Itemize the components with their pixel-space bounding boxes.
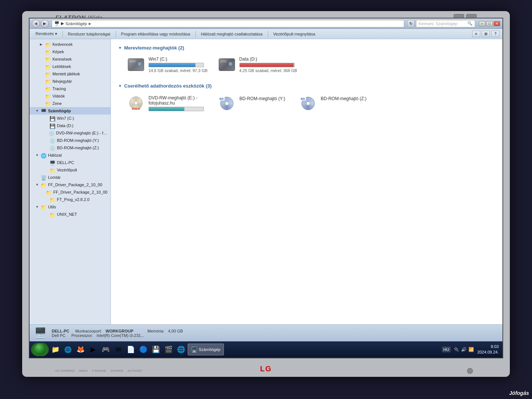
- sidebar-item-letoltesek[interactable]: 📁 Letöltések: [30, 63, 110, 70]
- sidebar-item-ff-driver[interactable]: ▼ 📁 FF_Driver_Package_2_10_00: [30, 181, 110, 188]
- sidebar-item-bdrom-z[interactable]: 💿 BD-ROM-meghajtó (Z:): [30, 144, 110, 151]
- folder-icon-tracing: 📁: [45, 86, 51, 91]
- clock-display[interactable]: 8:03 2024.09.24.: [477, 344, 499, 355]
- address-text: Számítógép: [65, 21, 87, 26]
- taskbar-icon-media[interactable]: ▶: [87, 344, 99, 355]
- toolbar-sep-1: [62, 31, 63, 37]
- optical-bar-container-dvdrw: [149, 107, 204, 111]
- optical-name-dvdrw-line1: DVD-RW-meghajtó (E:) -: [149, 95, 197, 100]
- monitor-ctrl-label-1[interactable]: KG ZOOMING: [55, 369, 75, 372]
- sidebar-label-dvdrw: DVD-RW-meghajtó (E:) - fotojuhasz.: [56, 131, 108, 135]
- sidebar-label-letoltesek: Letöltések: [52, 64, 71, 69]
- taskbar-battery-icon[interactable]: 📶: [468, 347, 474, 352]
- sidebar-label-kedvencek: Kedvencek: [52, 42, 72, 47]
- language-indicator[interactable]: HU: [442, 347, 451, 352]
- taskbar-icon-edge[interactable]: 🔵: [137, 344, 149, 355]
- view-btn-1[interactable]: ≡: [472, 31, 480, 37]
- sidebar-item-nevjegy[interactable]: 📁 Névjegytár: [30, 78, 110, 85]
- go-button[interactable]: ↻: [407, 20, 415, 27]
- sidebar-label-win7c: Win7 (C:): [57, 116, 74, 120]
- sidebar-item-datad[interactable]: 💾 Data (D:): [30, 122, 110, 129]
- sidebar-item-vezerlopult[interactable]: 📁 Vezérlőpult: [30, 166, 110, 174]
- taskbar-icon-game[interactable]: 🎮: [100, 344, 112, 355]
- bd-drive-icon-z: BD: [300, 96, 316, 110]
- taskbar-network-icon[interactable]: 🔌: [454, 347, 460, 352]
- drive-item-win7c[interactable]: Win7 (C:) 14,6 GB szabad, méret: 97,3 GB: [126, 55, 209, 74]
- taskbar: 📁 🌐 🦊 ▶ 🎮 ✉ 📄 🔵 💾 🎬 🌐 🖥️ Számítógép HU: [30, 341, 502, 358]
- toolbar-vezerlo[interactable]: Vezérlőpult megnyitása: [270, 31, 318, 37]
- toolbar-rendszer[interactable]: Rendszer tulajdonságai: [65, 31, 113, 37]
- taskbar-active-window[interactable]: 🖥️ Számítógép: [188, 344, 224, 355]
- taskbar-sound-icon[interactable]: 🔊: [461, 347, 467, 352]
- toolbar-halozati[interactable]: Hálózati meghajtó csatlakoztatása: [198, 31, 266, 37]
- trash-icon-lomtar: 🗑️: [41, 175, 47, 180]
- drive-icon-win7c: 💾: [50, 116, 55, 120]
- lg-logo: LG: [260, 365, 272, 373]
- sidebar-item-win7c[interactable]: 💾 Win7 (C:): [30, 115, 110, 122]
- taskbar-icon-vlc[interactable]: 🎬: [163, 344, 174, 355]
- taskbar-window-label: Számítógép: [199, 347, 221, 352]
- sidebar-item-videok[interactable]: 📁 Videók: [30, 92, 110, 100]
- dvd-r-icon: DVD-R: [128, 96, 144, 110]
- drive-item-datad[interactable]: Data (D:) 4,25 GB szabad, méret: 368 GB: [216, 55, 299, 74]
- sidebar-item-ff-driver-sub[interactable]: 📁 FF_Driver_Package_2_10_00: [30, 188, 110, 196]
- minimize-button[interactable]: ─: [479, 21, 485, 26]
- sidebar-item-bdrom-y[interactable]: 💿 BD-ROM-meghajtó (Y:): [30, 137, 110, 144]
- optical-item-bdrom-y[interactable]: BD BD-ROM-meghajtó (Y:): [216, 93, 287, 113]
- drive-info-c: Win7 (C:) 14,6 GB szabad, méret: 97,3 GB: [149, 57, 208, 73]
- monitor-power-button[interactable]: [467, 368, 473, 374]
- clock-time: 8:03: [477, 344, 499, 349]
- taskbar-icon-chrome[interactable]: 🌐: [175, 344, 187, 355]
- start-button[interactable]: [31, 343, 49, 356]
- sidebar-item-zene[interactable]: 📁 Zene: [30, 100, 110, 107]
- bd-text-y: BD: [219, 97, 225, 100]
- search-box[interactable]: Keresés: Számítógép 🔍: [416, 20, 475, 27]
- hdd-section-arrow: ▼: [118, 46, 122, 50]
- taskbar-icon-ie[interactable]: 🌐: [62, 344, 74, 355]
- toolbar-rendez[interactable]: Rendezés ▾: [33, 31, 60, 37]
- optical-section-arrow: ▼: [118, 84, 122, 88]
- sidebar-item-utils[interactable]: ▼ 📁 Utils: [30, 203, 110, 211]
- search-icon[interactable]: 🔍: [467, 21, 473, 26]
- maximize-button[interactable]: □: [486, 21, 493, 26]
- sidebar-item-kedvencek[interactable]: ▶ 📁 Kedvencek: [30, 41, 110, 48]
- forward-button[interactable]: ▶: [41, 20, 49, 28]
- sidebar-label-keresesek: Keresések: [52, 57, 72, 61]
- optical-item-dvdrw[interactable]: DVD-R DVD-RW-meghajtó (E:) - fotojuhasz.…: [126, 93, 205, 113]
- drive-bar-container-d: [239, 63, 295, 67]
- close-button[interactable]: ✕: [494, 21, 500, 26]
- taskbar-window-icon: 🖥️: [191, 347, 197, 352]
- taskbar-icon-save[interactable]: 💾: [150, 344, 162, 355]
- bd-drive-icon-y: BD: [219, 96, 235, 110]
- sidebar-item-mentett[interactable]: 📁 Mentett játékok: [30, 70, 110, 78]
- sidebar-item-keresesek[interactable]: 📁 Keresések: [30, 55, 110, 63]
- help-btn[interactable]: ?: [491, 31, 499, 37]
- sidebar-item-dvdrw[interactable]: 💿 DVD-RW-meghajtó (E:) - fotojuhasz.: [30, 129, 110, 137]
- monitor-ctrl-label-4[interactable]: SOURCE: [110, 369, 123, 372]
- sidebar-item-dell-pc[interactable]: 🖥️ DELL-PC: [30, 159, 110, 166]
- sidebar-item-halozat[interactable]: ▼ 🌐 Hálózat: [30, 151, 110, 159]
- optical-name-dvdrw-line2: fotojuhasz.hu: [149, 100, 175, 106]
- sidebar-item-kepek[interactable]: 📁 Képek: [30, 48, 110, 55]
- back-button[interactable]: ◀: [32, 20, 40, 28]
- view-btn-2[interactable]: ⊞: [482, 31, 490, 37]
- taskbar-sys-icons: 🔌 🔊 📶: [454, 347, 474, 352]
- optical-bar-dvdrw: [149, 107, 184, 111]
- sidebar-item-ft-prog[interactable]: 📁 FT_Prog_v2.8.2.0: [30, 196, 110, 203]
- sidebar-item-szamitogep[interactable]: ▼ 🖥️ Számítógép: [30, 107, 110, 115]
- monitor-ctrl-label-2[interactable]: MENU: [79, 369, 88, 372]
- monitor-ctrl-label-3[interactable]: F·ENGINE: [92, 369, 106, 372]
- sidebar-item-tracing[interactable]: 📁 Tracing: [30, 85, 110, 92]
- monitor-ctrl-label-5[interactable]: AUTO/SET: [128, 369, 143, 372]
- expand-icon-kedvencek: ▶: [40, 42, 44, 46]
- sidebar-item-unix-net[interactable]: 📁 UNIX_NET: [30, 211, 110, 218]
- sidebar-item-lomtar[interactable]: 🗑️ Lomtár: [30, 174, 110, 181]
- toolbar-program[interactable]: Program eltávolítása vagy módosítása: [118, 31, 193, 37]
- taskbar-icon-doc[interactable]: 📄: [125, 344, 137, 355]
- sidebar-label-mentett: Mentett játékok: [52, 72, 80, 76]
- taskbar-icon-mail[interactable]: ✉: [112, 344, 124, 355]
- taskbar-icon-firefox[interactable]: 🦊: [75, 344, 86, 355]
- taskbar-icon-explorer[interactable]: 📁: [50, 344, 61, 355]
- optical-item-bdrom-z[interactable]: BD BD-ROM-meghajtó (Z:): [298, 93, 368, 113]
- watermark: Jófogás: [509, 390, 529, 396]
